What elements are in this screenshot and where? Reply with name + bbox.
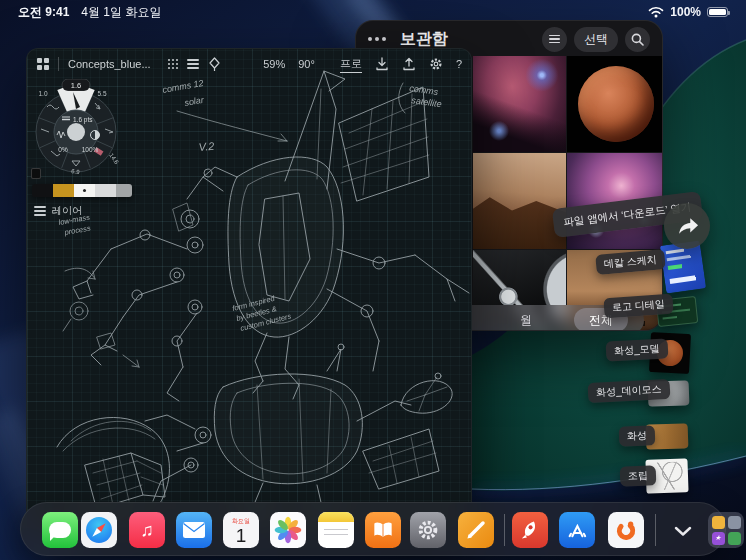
- dock-icon-mail[interactable]: [176, 512, 212, 548]
- message-bubble-icon: [49, 522, 71, 538]
- photo-thumbnail-nebula[interactable]: [473, 56, 566, 152]
- layers-label: 레이어: [52, 204, 82, 218]
- sketch-doodles: [63, 268, 139, 367]
- open-book-icon: [370, 517, 396, 543]
- dock-icon-rocket[interactable]: [512, 512, 548, 548]
- selection-tool-icon[interactable]: [208, 57, 221, 72]
- annotation-satellite: satellite: [411, 95, 443, 109]
- app-library-grid: ★: [712, 516, 741, 545]
- gear-icon: [414, 516, 442, 544]
- zoom-level[interactable]: 59%: [263, 58, 285, 70]
- view-options-button[interactable]: [542, 27, 567, 52]
- drag-item-label[interactable]: 화성_데이모스: [588, 379, 670, 403]
- rotation-value[interactable]: 90°: [298, 58, 315, 70]
- dock-divider: [655, 514, 656, 546]
- dock-icon-books[interactable]: [365, 512, 401, 548]
- mini-app-gray: [728, 516, 741, 529]
- drag-item-label[interactable]: 조립: [620, 465, 657, 486]
- dock: ♫ 화요일 1: [20, 502, 726, 556]
- export-icon[interactable]: [402, 57, 416, 71]
- dock-icon-app-store[interactable]: [559, 512, 595, 548]
- pro-badge[interactable]: 프로: [340, 56, 362, 73]
- dock-icon-safari[interactable]: [81, 512, 117, 548]
- snap-grid-icon[interactable]: [168, 59, 178, 69]
- forward-arrow-icon: [674, 214, 700, 238]
- help-button[interactable]: ?: [456, 58, 462, 70]
- tool-size-bottom: 6.9: [71, 168, 81, 175]
- gallery-icon[interactable]: [37, 58, 49, 70]
- import-icon[interactable]: [375, 57, 389, 71]
- status-date: 4월 1일 화요일: [81, 4, 161, 21]
- tool-size-right: 5.5: [97, 90, 106, 97]
- tool-size-left: 1.0: [38, 90, 47, 97]
- battery-icon: [707, 7, 728, 17]
- dock-icon-notes[interactable]: [318, 512, 354, 548]
- mini-app-yellow: [712, 516, 725, 529]
- dock-icon-app-library[interactable]: ★: [708, 512, 744, 548]
- dock-icon-c-app[interactable]: [608, 512, 644, 548]
- share-button[interactable]: [664, 203, 710, 249]
- dock-divider: [504, 514, 505, 546]
- search-icon: [631, 33, 644, 46]
- dock-icon-music[interactable]: ♫: [129, 512, 165, 548]
- size-badge: 1.6: [71, 81, 81, 90]
- calendar-day: 1: [236, 525, 247, 546]
- layers-button[interactable]: 레이어: [34, 204, 82, 218]
- mini-app-green: [728, 532, 741, 545]
- color-white-selected[interactable]: [74, 184, 95, 197]
- drag-item-label[interactable]: 화성_모델: [606, 338, 669, 361]
- dock-collapse-button[interactable]: [668, 518, 698, 544]
- stroke-size-value: 1.6 pts: [73, 116, 93, 124]
- tool-wheel[interactable]: 1.0 5.5 1.6: [29, 79, 123, 189]
- background-color-swatch[interactable]: [31, 168, 41, 179]
- wheel-center-knob: [67, 123, 85, 141]
- mini-app-purple: ★: [712, 532, 725, 545]
- photo-thumbnail-mars-landscape[interactable]: [473, 153, 566, 249]
- color-black[interactable]: [32, 184, 53, 197]
- annotation-comms: comms 12: [162, 78, 205, 95]
- pen-icon: [462, 516, 490, 544]
- sketch-robot-main: [73, 71, 469, 401]
- color-palette-bar[interactable]: [32, 184, 132, 197]
- clock: 오전 9:41: [18, 4, 69, 21]
- battery-percent: 100%: [670, 5, 701, 19]
- color-lightgray[interactable]: [95, 184, 116, 197]
- annotation-solar: solar: [184, 95, 206, 108]
- dock-icon-concepts[interactable]: [458, 512, 494, 548]
- status-bar: 오전 9:41 4월 1일 화요일 100%: [0, 0, 746, 24]
- annotation-version: V.2: [198, 140, 215, 153]
- orange-c-icon: [612, 516, 640, 544]
- color-gray[interactable]: [116, 184, 132, 197]
- drag-item-label[interactable]: 화성: [619, 425, 656, 446]
- settings-gear-icon[interactable]: [429, 57, 443, 71]
- layers-icon: [34, 206, 46, 216]
- canvas-toolbar: Concepts_blue... 59% 90° 프로: [27, 49, 471, 79]
- rocket-icon: [516, 516, 544, 544]
- dock-icon-photos[interactable]: [270, 512, 306, 548]
- mars-globe: [578, 66, 654, 142]
- opacity-min: 0%: [58, 146, 68, 153]
- document-title[interactable]: Concepts_blue...: [68, 58, 151, 70]
- layers-panel-icon[interactable]: [187, 59, 199, 69]
- more-options-icon[interactable]: [368, 37, 386, 41]
- annotation-arrow: [177, 111, 287, 141]
- flower-icon: [273, 515, 303, 545]
- segment-months[interactable]: 월: [508, 305, 544, 331]
- search-button[interactable]: [625, 27, 650, 52]
- calendar-weekday: 화요일: [232, 518, 250, 525]
- photos-window-title: 보관함: [400, 29, 448, 50]
- select-button[interactable]: 선택: [574, 27, 618, 52]
- dock-icon-calendar[interactable]: 화요일 1: [223, 512, 259, 548]
- drawing-app-window: comms 12 solar V.2 comms satellite form …: [26, 48, 472, 538]
- opacity-max: 100%: [82, 146, 99, 153]
- list-icon: [549, 35, 560, 44]
- envelope-icon: [182, 521, 206, 539]
- photo-thumbnail-mars-planet[interactable]: [567, 56, 663, 152]
- toolbar-divider: [58, 57, 59, 71]
- color-gold[interactable]: [53, 184, 74, 197]
- tool-size-bottom-right: 14.6: [108, 152, 120, 166]
- dock-icon-messages[interactable]: [42, 512, 78, 548]
- music-note-icon: ♫: [140, 520, 154, 541]
- screen: 오전 9:41 4월 1일 화요일 100% 보관함: [0, 0, 746, 560]
- dock-icon-settings[interactable]: [410, 512, 446, 548]
